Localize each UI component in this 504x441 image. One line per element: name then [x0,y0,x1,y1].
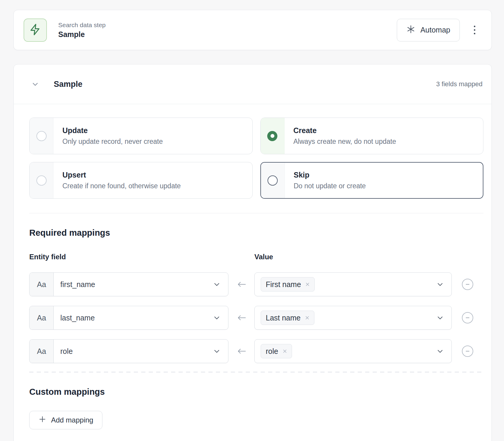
chevron-down-icon [213,314,221,322]
value-chip: role [261,344,292,358]
entity-field-value: role [60,347,73,356]
text-type-badge: Aa [30,273,54,296]
step-name-label: Sample [58,30,106,39]
dashed-divider [29,372,483,372]
remove-chip-icon[interactable] [305,282,310,287]
write-mode-options: Update Only update record, never create … [29,118,483,199]
value-chip: Last name [261,311,314,325]
option-description: Only update record, never create [62,138,163,146]
entity-field-value: first_name [60,280,95,289]
chevron-down-icon [436,347,444,355]
automap-button[interactable]: Automap [397,19,460,41]
mapping-panel: Sample 3 fields mapped Update Only updat… [13,64,492,441]
value-chip-label: Last name [266,314,301,322]
radio-dot [271,134,274,138]
minus-cell [452,346,483,357]
entity-field-select-first-name[interactable]: Aa first_name [29,272,228,296]
remove-mapping-button[interactable] [462,346,473,357]
chevron-down-icon [436,280,444,289]
minus-cell [452,312,483,323]
arrow-left-icon [228,347,254,355]
option-title: Create [294,126,396,135]
remove-mapping-button[interactable] [462,279,473,290]
radio-selected[interactable] [267,131,277,141]
value-chip-label: role [266,347,278,356]
automap-button-label: Automap [420,26,450,34]
divider [29,213,483,213]
radio-unselected[interactable] [36,175,47,186]
remove-chip-icon[interactable] [305,315,310,320]
entity-field-select-role[interactable]: Aa role [29,339,228,363]
option-title: Skip [294,171,366,179]
option-card-skip[interactable]: Skip Do not update or create [260,162,484,199]
radio-strip [261,163,285,198]
step-type-label: Search data step [58,21,106,29]
add-mapping-button[interactable]: Add mapping [29,411,102,429]
text-type-badge: Aa [30,340,54,363]
custom-mappings-title: Custom mappings [29,387,483,397]
value-chip: First name [261,277,315,292]
chevron-down-icon [436,314,444,322]
value-chip-label: First name [266,280,301,289]
panel-header: Sample 3 fields mapped [14,64,491,104]
chevron-down-icon [213,280,221,289]
option-description: Always create new, do not update [294,138,396,146]
step-header-card: Search data step Sample Automap [13,10,492,50]
kebab-dot [474,33,475,34]
asterisk-icon [406,25,415,36]
option-description: Create if none found, otherwise update [62,182,181,190]
entity-field-column-label: Entity field [29,253,228,261]
option-body: Create Always create new, do not update [285,118,396,154]
option-card-update[interactable]: Update Only update record, never create [29,118,253,154]
required-mapping-rows: Aa first_name First name [29,272,483,363]
option-body: Skip Do not update or create [285,163,366,198]
step-menu-button[interactable] [471,19,478,41]
kebab-dot [474,29,475,31]
divider [14,104,491,104]
option-description: Do not update or create [294,182,366,190]
arrow-left-icon [228,314,254,322]
mapped-count-label: 3 fields mapped [436,80,483,88]
step-icon-tile [24,18,47,42]
radio-strip [30,162,53,198]
radio-strip [261,118,285,154]
entity-field-select-last-name[interactable]: Aa last_name [29,306,228,330]
collapse-chevron-icon[interactable] [31,80,39,88]
option-body: Update Only update record, never create [53,118,163,154]
minus-cell [452,279,483,290]
option-title: Update [62,126,163,135]
option-title: Upsert [62,171,181,179]
option-card-create[interactable]: Create Always create new, do not update [260,118,484,154]
remove-mapping-button[interactable] [462,312,473,323]
panel-body: Update Only update record, never create … [14,118,491,441]
panel-title: Sample [54,80,82,89]
mapping-column-labels: Entity field Value [29,253,483,261]
value-select-role[interactable]: role [254,339,452,363]
step-text-block: Search data step Sample [58,21,106,39]
radio-unselected[interactable] [36,131,47,141]
add-mapping-button-label: Add mapping [51,416,93,424]
lightning-icon [29,23,42,37]
option-card-upsert[interactable]: Upsert Create if none found, otherwise u… [29,162,253,199]
value-column-label: Value [254,253,452,261]
kebab-dot [474,26,475,27]
entity-field-value: last_name [60,314,95,322]
required-mappings-title: Required mappings [29,228,483,238]
value-select-first-name[interactable]: First name [254,272,452,296]
chevron-down-icon [213,347,221,355]
plus-icon [39,415,46,425]
arrow-left-icon [228,280,254,288]
value-select-last-name[interactable]: Last name [254,306,452,330]
option-body: Upsert Create if none found, otherwise u… [53,162,181,198]
radio-strip [30,118,53,154]
remove-chip-icon[interactable] [282,349,288,354]
text-type-badge: Aa [30,306,54,329]
radio-unselected[interactable] [268,175,278,186]
